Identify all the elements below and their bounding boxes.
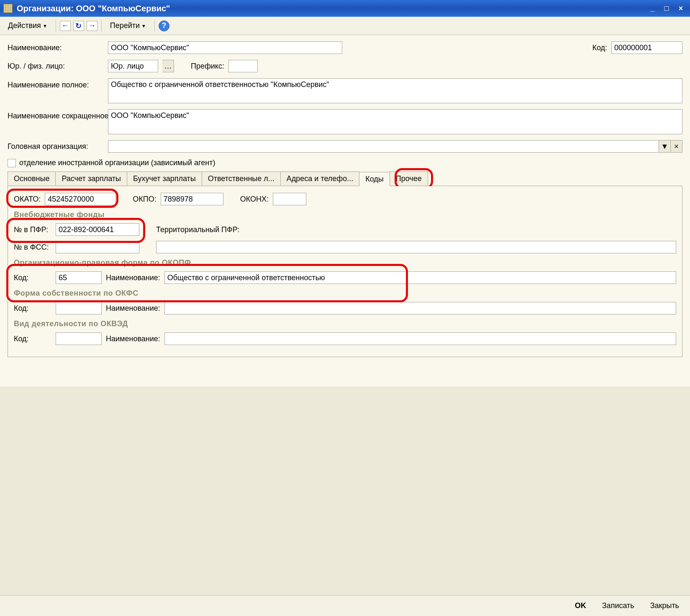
nav-forward-icon[interactable]: → (87, 21, 97, 31)
prefix-input[interactable] (228, 60, 258, 72)
foreign-dept-checkbox[interactable] (8, 159, 16, 167)
fullname-input[interactable] (108, 78, 682, 103)
caret-down-icon: ▼ (43, 23, 47, 28)
terr-pfr-label: Территориальный ПФР: (156, 225, 239, 234)
code-input[interactable] (611, 41, 682, 54)
refresh-icon[interactable]: ↻ (73, 21, 84, 31)
tab-salary-calc[interactable]: Расчет зарплаты (55, 171, 127, 186)
fss-num-input[interactable] (56, 241, 139, 253)
tab-main[interactable]: Основные (8, 171, 56, 186)
funds-heading: Внебюджетные фонды (14, 210, 676, 219)
okved-heading: Вид деятельности по ОКВЭД (14, 320, 676, 328)
okved-name-input[interactable] (164, 332, 676, 345)
close-window-button[interactable]: × (675, 3, 687, 13)
app-icon (3, 4, 13, 13)
fss-num-label: № в ФСС: (14, 243, 51, 252)
okfs-name-label: Наименование: (106, 304, 160, 313)
shortname-label: Наименование сокращенное: (8, 109, 104, 120)
okpo-input[interactable] (161, 193, 223, 205)
parent-input[interactable] (108, 140, 659, 153)
tab-other[interactable]: Прочее (390, 171, 428, 186)
goto-label: Перейти (110, 21, 140, 30)
okato-label: ОКАТО: (14, 195, 41, 204)
tab-strip: Основные Расчет зарплаты Бухучет зарплат… (8, 171, 682, 186)
separator (101, 20, 102, 32)
pfr-num-input[interactable] (56, 223, 139, 236)
form-area: Наименование: Код: Юр. / физ. лицо: … Пр… (0, 35, 690, 386)
shortname-input[interactable] (108, 109, 682, 134)
fullname-label: Наименование полное: (8, 78, 104, 89)
tab-codes[interactable]: Коды (359, 172, 390, 186)
terr-pfr-input[interactable] (156, 241, 676, 253)
goto-menu[interactable]: Перейти ▼ (105, 19, 151, 32)
tab-salary-acct[interactable]: Бухучет зарплаты (127, 171, 202, 186)
tab-content-codes: ОКАТО: ОКПО: ОКОНХ: Внебюджетные фонды №… (8, 186, 682, 357)
name-input[interactable] (108, 41, 342, 54)
okfs-name-input[interactable] (164, 302, 676, 314)
okved-code-label: Код: (14, 335, 51, 343)
okved-name-label: Наименование: (106, 335, 160, 343)
caret-down-icon: ▼ (141, 23, 146, 28)
name-label: Наименование: (8, 43, 104, 52)
actions-label: Действия (8, 21, 41, 30)
parent-label: Головная организация: (8, 142, 104, 151)
okopf-code-input[interactable] (56, 271, 102, 284)
okonh-label: ОКОНХ: (240, 195, 269, 204)
actions-menu[interactable]: Действия ▼ (3, 19, 52, 32)
maximize-button[interactable]: □ (661, 3, 672, 13)
okfs-code-input[interactable] (56, 302, 102, 314)
okopf-name-label: Наименование: (106, 273, 160, 282)
parent-clear-button[interactable]: × (671, 140, 682, 153)
parent-dropdown-button[interactable]: ▼ (659, 140, 671, 153)
okfs-code-label: Код: (14, 304, 51, 313)
code-label: Код: (592, 43, 607, 52)
separator (154, 20, 155, 32)
okopf-code-label: Код: (14, 273, 51, 282)
tab-addresses[interactable]: Адреса и телефо... (280, 171, 359, 186)
pfr-num-label: № в ПФР: (14, 225, 51, 234)
okpo-label: ОКПО: (133, 195, 156, 204)
okopf-name-input[interactable] (164, 271, 676, 284)
prefix-label: Префикс: (191, 62, 224, 71)
window-title: Организации: ООО "КомпьюСервис" (17, 4, 646, 13)
person-input[interactable] (108, 60, 158, 72)
toolbar: Действия ▼ ← ↻ → Перейти ▼ ? (0, 17, 690, 35)
okato-input[interactable] (45, 193, 116, 205)
nav-back-icon[interactable]: ← (60, 21, 71, 31)
minimize-button[interactable]: _ (646, 3, 658, 13)
tab-responsible[interactable]: Ответственные л... (202, 171, 281, 186)
okopf-heading: Организационно-правовая форма по ОКОПФ (14, 258, 676, 267)
titlebar: Организации: ООО "КомпьюСервис" _ □ × (0, 0, 690, 17)
person-label: Юр. / физ. лицо: (8, 62, 104, 71)
okonh-input[interactable] (273, 193, 306, 205)
person-ellipsis-button[interactable]: … (162, 60, 174, 72)
okved-code-input[interactable] (56, 332, 102, 345)
foreign-dept-label: отделение иностранной организации (завис… (19, 158, 215, 167)
help-icon[interactable]: ? (159, 20, 169, 31)
okfs-heading: Форма собственности по ОКФС (14, 289, 676, 298)
separator (56, 20, 56, 32)
